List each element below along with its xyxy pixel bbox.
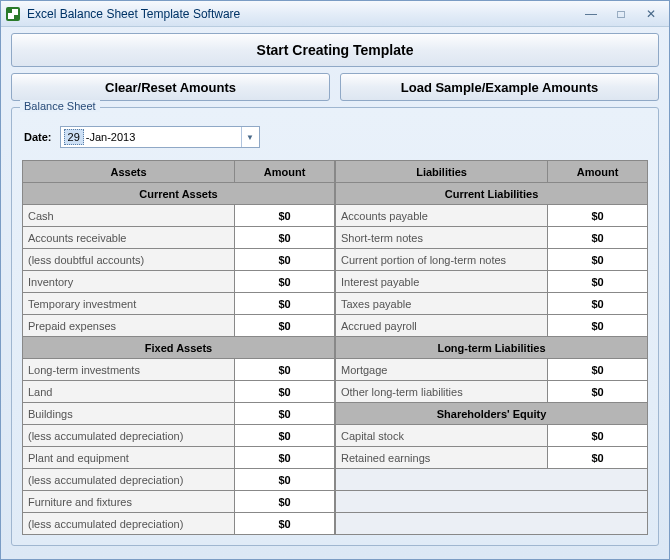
- current-liabilities-header: Current Liabilities: [336, 183, 648, 205]
- date-label: Date:: [24, 131, 52, 143]
- table-row: Other long-term liabilities$0: [336, 381, 648, 403]
- row-amount[interactable]: $0: [235, 381, 335, 403]
- table-row: Short-term notes$0: [336, 227, 648, 249]
- amount-header-right: Amount: [548, 161, 648, 183]
- maximize-button[interactable]: □: [607, 5, 635, 23]
- row-label[interactable]: Accounts payable: [336, 205, 548, 227]
- date-day[interactable]: 29: [64, 129, 84, 145]
- row-label[interactable]: Capital stock: [336, 425, 548, 447]
- liabilities-header: Liabilities: [336, 161, 548, 183]
- fixed-assets-header: Fixed Assets: [23, 337, 335, 359]
- row-amount[interactable]: $0: [548, 205, 648, 227]
- empty-row: [336, 469, 648, 491]
- row-label[interactable]: Prepaid expenses: [23, 315, 235, 337]
- close-button[interactable]: ✕: [637, 5, 665, 23]
- row-amount[interactable]: $0: [235, 469, 335, 491]
- row-amount[interactable]: $0: [235, 293, 335, 315]
- table-row: Cash$0: [23, 205, 335, 227]
- row-amount[interactable]: $0: [548, 315, 648, 337]
- shareholders-equity-header: Shareholders' Equity: [336, 403, 648, 425]
- row-amount[interactable]: $0: [548, 249, 648, 271]
- titlebar: Excel Balance Sheet Template Software — …: [1, 1, 669, 27]
- table-row: (less accumulated depreciation)$0: [23, 425, 335, 447]
- chevron-down-icon[interactable]: ▼: [241, 127, 259, 147]
- row-amount[interactable]: $0: [235, 513, 335, 535]
- minimize-button[interactable]: —: [577, 5, 605, 23]
- row-label[interactable]: Mortgage: [336, 359, 548, 381]
- table-row: Mortgage$0: [336, 359, 648, 381]
- row-amount[interactable]: $0: [235, 315, 335, 337]
- row-amount[interactable]: $0: [548, 381, 648, 403]
- table-row: Plant and equipment$0: [23, 447, 335, 469]
- table-row: Retained earnings$0: [336, 447, 648, 469]
- liabilities-table: Liabilities Amount Current Liabilities A…: [335, 160, 648, 535]
- empty-row: [336, 513, 648, 535]
- load-sample-button[interactable]: Load Sample/Example Amounts: [340, 73, 659, 101]
- row-amount[interactable]: $0: [235, 447, 335, 469]
- row-label[interactable]: Furniture and fixtures: [23, 491, 235, 513]
- tables-container: Assets Amount Current Assets Cash$0Accou…: [22, 160, 648, 535]
- table-row: (less doubtful accounts)$0: [23, 249, 335, 271]
- table-row: Accounts payable$0: [336, 205, 648, 227]
- row-label[interactable]: Interest payable: [336, 271, 548, 293]
- row-label[interactable]: (less doubtful accounts): [23, 249, 235, 271]
- row-label[interactable]: (less accumulated depreciation): [23, 513, 235, 535]
- assets-table: Assets Amount Current Assets Cash$0Accou…: [22, 160, 335, 535]
- row-label[interactable]: Temporary investment: [23, 293, 235, 315]
- row-label[interactable]: Land: [23, 381, 235, 403]
- row-label[interactable]: Other long-term liabilities: [336, 381, 548, 403]
- row-label[interactable]: Taxes payable: [336, 293, 548, 315]
- row-label[interactable]: Accounts receivable: [23, 227, 235, 249]
- row-label[interactable]: Retained earnings: [336, 447, 548, 469]
- table-row: Furniture and fixtures$0: [23, 491, 335, 513]
- row-label[interactable]: (less accumulated depreciation): [23, 469, 235, 491]
- row-label[interactable]: Plant and equipment: [23, 447, 235, 469]
- row-label[interactable]: Current portion of long-term notes: [336, 249, 548, 271]
- window-title: Excel Balance Sheet Template Software: [27, 7, 575, 21]
- table-row: Buildings$0: [23, 403, 335, 425]
- table-row: Current portion of long-term notes$0: [336, 249, 648, 271]
- table-row: Taxes payable$0: [336, 293, 648, 315]
- row-label[interactable]: Short-term notes: [336, 227, 548, 249]
- row-amount[interactable]: $0: [548, 447, 648, 469]
- clear-reset-button[interactable]: Clear/Reset Amounts: [11, 73, 330, 101]
- empty-cell: [336, 491, 648, 513]
- row-amount[interactable]: $0: [235, 271, 335, 293]
- row-amount[interactable]: $0: [235, 227, 335, 249]
- table-row: (less accumulated depreciation)$0: [23, 513, 335, 535]
- current-assets-header: Current Assets: [23, 183, 335, 205]
- start-creating-button[interactable]: Start Creating Template: [11, 33, 659, 67]
- row-amount[interactable]: $0: [235, 249, 335, 271]
- table-row: Accrued payroll$0: [336, 315, 648, 337]
- row-amount[interactable]: $0: [235, 205, 335, 227]
- row-amount[interactable]: $0: [235, 359, 335, 381]
- row-amount[interactable]: $0: [548, 359, 648, 381]
- row-amount[interactable]: $0: [548, 227, 648, 249]
- table-row: Inventory$0: [23, 271, 335, 293]
- row-amount[interactable]: $0: [548, 271, 648, 293]
- client-area: Start Creating Template Clear/Reset Amou…: [1, 27, 669, 556]
- table-row: (less accumulated depreciation)$0: [23, 469, 335, 491]
- table-row: Capital stock$0: [336, 425, 648, 447]
- row-amount[interactable]: $0: [235, 425, 335, 447]
- table-row: Long-term investments$0: [23, 359, 335, 381]
- row-amount[interactable]: $0: [548, 425, 648, 447]
- table-row: Interest payable$0: [336, 271, 648, 293]
- empty-cell: [336, 469, 648, 491]
- row-amount[interactable]: $0: [548, 293, 648, 315]
- row-label[interactable]: Accrued payroll: [336, 315, 548, 337]
- table-row: Land$0: [23, 381, 335, 403]
- row-amount[interactable]: $0: [235, 491, 335, 513]
- row-label[interactable]: Buildings: [23, 403, 235, 425]
- date-picker[interactable]: 29 -Jan-2013 ▼: [60, 126, 260, 148]
- row-amount[interactable]: $0: [235, 403, 335, 425]
- table-row: Accounts receivable$0: [23, 227, 335, 249]
- button-row: Clear/Reset Amounts Load Sample/Example …: [11, 73, 659, 101]
- row-label[interactable]: Inventory: [23, 271, 235, 293]
- amount-header-left: Amount: [235, 161, 335, 183]
- empty-row: [336, 491, 648, 513]
- row-label[interactable]: Long-term investments: [23, 359, 235, 381]
- empty-cell: [336, 513, 648, 535]
- row-label[interactable]: Cash: [23, 205, 235, 227]
- row-label[interactable]: (less accumulated depreciation): [23, 425, 235, 447]
